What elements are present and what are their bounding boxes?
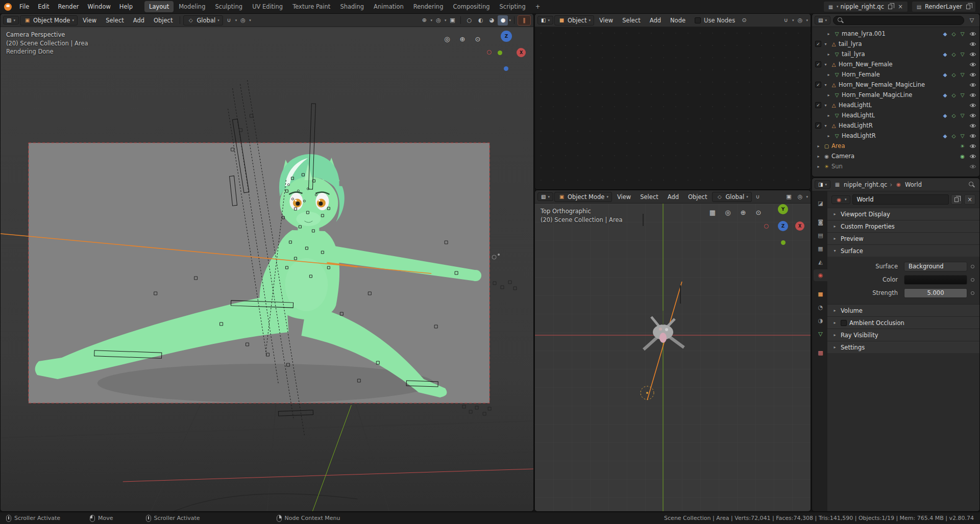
gizmo-neg-z-dot[interactable]: [504, 66, 508, 71]
snap-magnet-icon[interactable]: ∪: [753, 192, 763, 202]
gizmo-neg-x-axis[interactable]: [764, 224, 769, 229]
hide-eye-icon[interactable]: [969, 93, 976, 97]
transform-orientation-select[interactable]: ◇Global▾: [712, 192, 751, 202]
menu-add[interactable]: Add: [664, 192, 683, 202]
camera-view-icon[interactable]: ◎: [722, 207, 733, 218]
tab-tool[interactable]: ◪: [814, 197, 827, 209]
outliner-row[interactable]: ▸▽ mane_lyra.001 ◆◇▽: [812, 29, 979, 39]
menu-window[interactable]: Window: [83, 2, 114, 12]
breadcrumb-datablock[interactable]: World: [905, 181, 922, 188]
menu-select[interactable]: Select: [618, 15, 644, 26]
expand-icon[interactable]: ▾: [822, 62, 829, 67]
expand-icon[interactable]: ▾: [822, 123, 829, 128]
outliner-row[interactable]: ▸▽ HeadLightR ◆◇▽: [812, 131, 979, 141]
snap-magnet-icon[interactable]: ∪: [224, 15, 234, 26]
world-name-field[interactable]: World: [852, 194, 949, 205]
tab-scene[interactable]: ◭: [814, 256, 827, 268]
hide-eye-icon[interactable]: [969, 103, 976, 108]
menu-edit[interactable]: Edit: [34, 2, 53, 12]
collection-checkbox[interactable]: ✓: [815, 122, 821, 129]
menu-add[interactable]: Add: [129, 15, 149, 26]
expand-icon[interactable]: ▸: [825, 32, 832, 36]
menu-select[interactable]: Select: [636, 192, 662, 202]
new-world-button[interactable]: [951, 194, 962, 205]
hide-eye-icon[interactable]: [969, 62, 976, 67]
outliner-row[interactable]: ✓▾△ Horn_New_Female_MagicLine: [812, 80, 979, 90]
mesh-icon[interactable]: ▽: [959, 52, 966, 57]
vertex-group-icon[interactable]: ◇: [950, 31, 958, 37]
gizmo-y-axis[interactable]: Y: [778, 204, 788, 214]
hide-eye-icon[interactable]: [969, 164, 976, 169]
editor-type-button[interactable]: ◧▾: [537, 16, 553, 24]
panel-viewport-display[interactable]: ▸Viewport Display: [827, 208, 979, 220]
surface-type-select[interactable]: Background: [904, 262, 967, 271]
scene-selector[interactable]: ▦▾ nipple_right.qc ×: [823, 1, 908, 12]
add-workspace-button[interactable]: +: [531, 1, 545, 12]
show-gizmos-icon[interactable]: ⊕: [419, 15, 429, 26]
tab-object-data[interactable]: ▽: [814, 328, 827, 340]
expand-icon[interactable]: ▸: [815, 154, 822, 159]
tab-object[interactable]: ■: [814, 288, 827, 300]
expand-icon[interactable]: ▾: [822, 42, 829, 46]
gizmo-neg-x-axis[interactable]: [487, 50, 492, 55]
use-nodes-checkbox[interactable]: [695, 17, 701, 23]
hide-eye-icon[interactable]: [969, 72, 976, 77]
mode-select[interactable]: ▣Object Mode▾: [554, 192, 612, 202]
transform-orientation-select[interactable]: ◇Global▾: [183, 15, 223, 26]
menu-render[interactable]: Render: [54, 2, 83, 12]
panel-ray-visibility[interactable]: ▸Ray Visibility: [827, 329, 979, 341]
workspace-tab-layout[interactable]: Layout: [144, 1, 174, 12]
editor-type-button[interactable]: ▤▾: [815, 16, 830, 24]
shading-solid-icon[interactable]: ◐: [475, 15, 485, 26]
outliner-row[interactable]: ▸▽ tail_lyra ◆◇▽: [812, 49, 979, 59]
workspace-tab-modeling[interactable]: Modeling: [174, 1, 210, 12]
zoom-view-icon[interactable]: ⊙: [472, 33, 483, 44]
modifier-icon[interactable]: ◆: [941, 92, 949, 98]
xray-toggle-icon[interactable]: ▣: [447, 15, 457, 26]
mesh-icon[interactable]: ▽: [959, 72, 966, 78]
tab-physics[interactable]: ◔: [814, 302, 827, 313]
show-overlays-icon[interactable]: ◎: [795, 192, 805, 202]
collection-checkbox[interactable]: ✓: [815, 61, 821, 67]
world-color-swatch[interactable]: [904, 275, 967, 285]
strength-field[interactable]: 5.000: [904, 288, 967, 298]
outliner-row[interactable]: ▸▽ Horn_Female ◆◇▽: [812, 69, 979, 80]
tab-world[interactable]: ◉: [814, 269, 827, 281]
menu-object[interactable]: Object: [150, 15, 177, 26]
shading-wireframe-icon[interactable]: ○: [464, 15, 474, 26]
breadcrumb-scene[interactable]: nipple_right.qc: [844, 181, 887, 188]
vertex-group-icon[interactable]: ◇: [950, 92, 958, 98]
workspace-tab-shading[interactable]: Shading: [335, 1, 369, 12]
outliner-row[interactable]: ✓▾△ tail_lyra: [812, 39, 979, 49]
viewport-top-canvas[interactable]: Top Orthographic (20) Scene Collection |…: [535, 204, 811, 511]
expand-icon[interactable]: ▸: [825, 134, 832, 138]
outliner-row[interactable]: ▸▽ HeadLightL ◆◇▽: [812, 110, 979, 120]
shading-rendered-icon[interactable]: ●: [498, 15, 508, 26]
new-scene-button[interactable]: [886, 3, 894, 11]
modifier-icon[interactable]: ◆: [941, 31, 949, 37]
gizmo-x-axis[interactable]: X: [517, 48, 526, 57]
hide-eye-icon[interactable]: [969, 134, 976, 138]
outliner-row[interactable]: ▸◉ Camera ◉: [812, 151, 979, 161]
hide-eye-icon[interactable]: [969, 113, 976, 118]
editor-type-button[interactable]: ◨▾: [815, 180, 830, 189]
mode-select[interactable]: ▣Object Mode▾: [20, 15, 78, 26]
expand-icon[interactable]: ▾: [822, 83, 829, 87]
expand-icon[interactable]: ▸: [825, 93, 832, 97]
hide-eye-icon[interactable]: [969, 42, 976, 46]
modifier-icon[interactable]: ◆: [941, 113, 949, 118]
gizmo-y-dot[interactable]: [498, 51, 502, 55]
panel-ambient-occlusion[interactable]: ▸Ambient Occlusion: [827, 316, 979, 329]
workspace-tab-compositing[interactable]: Compositing: [448, 1, 494, 12]
collection-checkbox[interactable]: ✓: [815, 82, 821, 88]
modifier-icon[interactable]: ◆: [941, 133, 949, 139]
hide-eye-icon[interactable]: [969, 83, 976, 87]
gizmo-neg-y-dot[interactable]: [781, 240, 786, 245]
ambient-occlusion-checkbox[interactable]: [841, 320, 847, 326]
node-editor-canvas[interactable]: [535, 27, 811, 189]
camera-data-icon[interactable]: ◉: [959, 154, 966, 159]
new-view-layer-button[interactable]: [964, 3, 972, 11]
xray-toggle-icon[interactable]: ▣: [783, 192, 794, 202]
workspace-tab-texture-paint[interactable]: Texture Paint: [288, 1, 335, 12]
collection-checkbox[interactable]: ✓: [815, 41, 821, 47]
